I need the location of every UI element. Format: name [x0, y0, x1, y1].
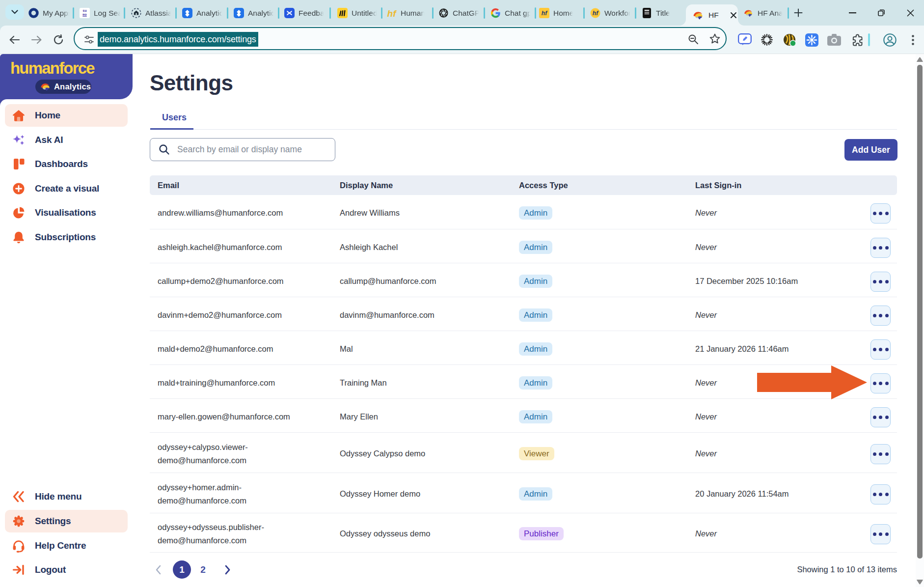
svg-text:hf: hf	[593, 10, 598, 17]
svg-text:hf: hf	[542, 10, 547, 17]
